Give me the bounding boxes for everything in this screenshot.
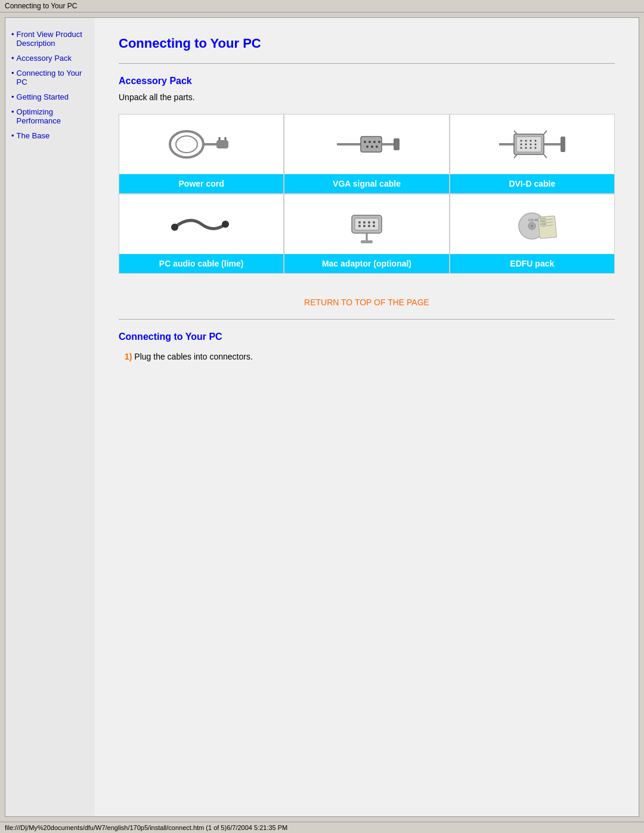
svg-point-27 bbox=[535, 144, 537, 145]
sidebar-item-connecting[interactable]: • Connecting to Your PC bbox=[11, 69, 89, 89]
sidebar-item-front-view[interactable]: • Front View Product Description bbox=[11, 30, 89, 50]
svg-rect-33 bbox=[561, 137, 565, 152]
connecting-section: Connecting to Your PC 1) Plug the cables… bbox=[119, 332, 615, 361]
power-cord-icon bbox=[166, 123, 237, 165]
accessory-audio-cable: PC audio cable (lime) bbox=[119, 194, 284, 274]
svg-point-0 bbox=[170, 131, 203, 157]
svg-point-22 bbox=[530, 140, 532, 142]
svg-point-30 bbox=[530, 147, 532, 149]
svg-rect-3 bbox=[216, 140, 228, 148]
power-cord-image bbox=[119, 114, 283, 174]
sidebar-link-front-view[interactable]: Front View Product Description bbox=[17, 30, 89, 48]
mac-adaptor-icon bbox=[331, 203, 402, 245]
sidebar-item-base[interactable]: • The Base bbox=[11, 131, 89, 143]
accessory-power-cord: Power cord bbox=[119, 114, 284, 194]
top-divider bbox=[119, 63, 615, 64]
status-bar: file:///D|/My%20documents/dfu/W7/english… bbox=[0, 822, 644, 833]
vga-cable-icon bbox=[331, 123, 402, 165]
accessory-edfu-pack: CD-ROM Quick Setup Guide EDFU pack bbox=[450, 194, 615, 274]
dvi-cable-icon bbox=[496, 123, 568, 165]
connecting-section-title: Connecting to Your PC bbox=[119, 332, 615, 342]
svg-point-10 bbox=[373, 141, 376, 143]
svg-point-12 bbox=[366, 145, 369, 148]
vga-cable-image bbox=[284, 114, 448, 174]
edfu-pack-label: EDFU pack bbox=[450, 254, 614, 273]
sidebar-item-optimizing[interactable]: • Optimizing Performance bbox=[11, 107, 89, 128]
svg-line-37 bbox=[544, 154, 547, 158]
main-content: Connecting to Your PC Accessory Pack Unp… bbox=[95, 18, 639, 816]
svg-point-44 bbox=[358, 221, 361, 224]
bullet: • bbox=[11, 107, 14, 116]
sidebar-link-accessory[interactable]: Accessory Pack bbox=[17, 54, 72, 63]
title-bar-text: Connecting to Your PC bbox=[5, 2, 77, 10]
audio-cable-image bbox=[119, 194, 283, 254]
svg-point-11 bbox=[378, 141, 380, 143]
vga-cable-label: VGA signal cable bbox=[284, 174, 448, 193]
svg-point-46 bbox=[368, 221, 370, 224]
sidebar-link-connecting[interactable]: Connecting to Your PC bbox=[17, 69, 89, 86]
svg-point-9 bbox=[369, 141, 371, 143]
svg-point-50 bbox=[368, 225, 370, 227]
accessories-grid: Power cord bbox=[119, 114, 615, 274]
svg-point-13 bbox=[371, 145, 373, 148]
svg-point-48 bbox=[358, 225, 361, 227]
svg-rect-19 bbox=[516, 137, 541, 152]
svg-point-14 bbox=[376, 145, 378, 148]
title-bar: Connecting to Your PC bbox=[0, 0, 644, 13]
svg-point-28 bbox=[521, 147, 522, 149]
svg-point-26 bbox=[530, 144, 532, 145]
sidebar-item-accessory[interactable]: • Accessory Pack bbox=[11, 54, 89, 65]
svg-point-49 bbox=[363, 225, 366, 227]
svg-point-21 bbox=[525, 140, 527, 142]
return-to-top-link[interactable]: RETURN TO TOP OF THE PAGE bbox=[119, 286, 615, 319]
content-area: • Front View Product Description • Acces… bbox=[5, 17, 639, 817]
svg-point-51 bbox=[373, 225, 375, 227]
sidebar-link-optimizing[interactable]: Optimizing Performance bbox=[17, 107, 89, 125]
edfu-pack-image: CD-ROM Quick Setup Guide bbox=[450, 194, 614, 254]
status-bar-text: file:///D|/My%20documents/dfu/W7/english… bbox=[5, 824, 287, 831]
mac-adaptor-label: Mac adaptor (optional) bbox=[284, 254, 448, 273]
svg-point-8 bbox=[364, 141, 366, 143]
svg-point-24 bbox=[521, 144, 522, 145]
edfu-pack-icon: CD-ROM Quick Setup Guide bbox=[496, 203, 568, 245]
svg-rect-7 bbox=[361, 137, 382, 152]
page-title: Connecting to Your PC bbox=[119, 36, 615, 51]
svg-rect-16 bbox=[394, 138, 400, 150]
bullet: • bbox=[11, 131, 14, 140]
svg-point-31 bbox=[535, 147, 537, 149]
svg-point-1 bbox=[176, 136, 197, 153]
svg-line-34 bbox=[514, 131, 517, 134]
accessory-vga-cable: VGA signal cable bbox=[284, 114, 449, 194]
svg-point-47 bbox=[373, 221, 375, 224]
sidebar-link-getting-started[interactable]: Getting Started bbox=[17, 92, 69, 101]
dvi-cable-label: DVI-D cable bbox=[450, 174, 614, 193]
power-cord-label: Power cord bbox=[119, 174, 283, 193]
bullet: • bbox=[11, 30, 14, 39]
sidebar: • Front View Product Description • Acces… bbox=[5, 18, 95, 816]
svg-point-29 bbox=[525, 147, 527, 149]
bullet: • bbox=[11, 92, 14, 101]
accessory-section-title: Accessory Pack bbox=[119, 76, 615, 86]
audio-cable-label: PC audio cable (lime) bbox=[119, 254, 283, 273]
bullet: • bbox=[11, 54, 14, 63]
audio-cable-icon bbox=[166, 203, 237, 245]
svg-point-45 bbox=[363, 221, 366, 224]
bullet: • bbox=[11, 69, 14, 78]
accessory-dvi-cable: DVI-D cable bbox=[450, 114, 615, 194]
intro-text: Unpack all the parts. bbox=[119, 92, 615, 102]
step-1-description: Plug the cables into connectors. bbox=[134, 352, 252, 361]
sidebar-item-getting-started[interactable]: • Getting Started bbox=[11, 92, 89, 104]
svg-rect-43 bbox=[355, 218, 379, 230]
svg-point-25 bbox=[525, 144, 527, 145]
step-1-text: 1) Plug the cables into connectors. bbox=[125, 352, 615, 361]
sidebar-link-base[interactable]: The Base bbox=[17, 131, 50, 140]
svg-text:Guide: Guide bbox=[540, 222, 547, 226]
svg-point-20 bbox=[521, 140, 522, 142]
step-1-number: 1) bbox=[125, 352, 132, 361]
svg-line-36 bbox=[514, 154, 517, 158]
svg-point-56 bbox=[531, 225, 533, 227]
svg-point-23 bbox=[535, 140, 537, 142]
svg-line-35 bbox=[544, 131, 547, 134]
browser-window: • Front View Product Description • Acces… bbox=[0, 13, 644, 822]
svg-rect-53 bbox=[361, 240, 373, 243]
